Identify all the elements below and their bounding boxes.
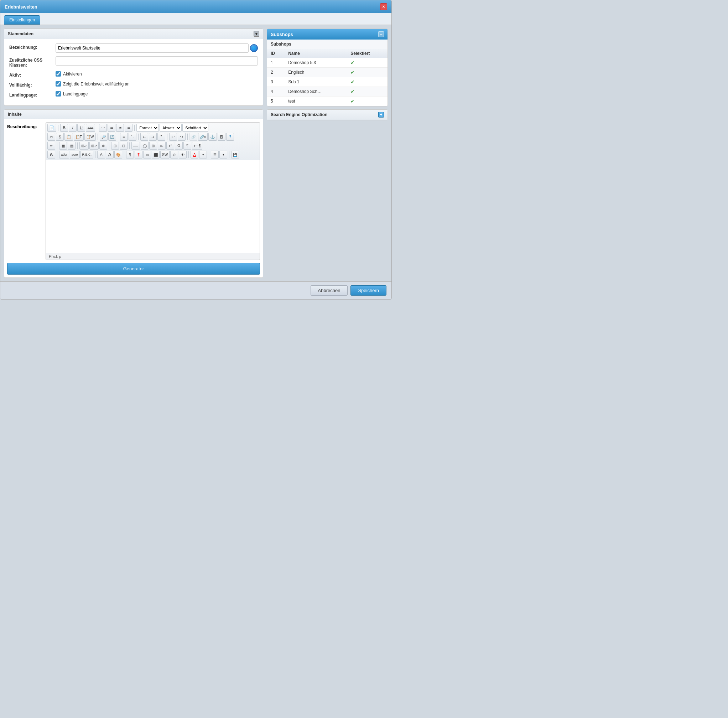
toolbar-alignformat-dd-btn[interactable]: ▾	[219, 151, 227, 159]
subshops-subheader: Subshops	[267, 40, 387, 49]
toolbar-omega-btn[interactable]: Ω	[175, 142, 183, 150]
close-button[interactable]: ×	[380, 3, 387, 10]
toolbar-copy-btn[interactable]: ⎘	[56, 133, 64, 141]
toolbar-indent-btn[interactable]: ⇥	[149, 133, 157, 141]
vollflächig-label: Vollflächig:	[9, 81, 55, 88]
toolbar-rtl-btn[interactable]: ⟵¶	[192, 142, 202, 150]
landingpage-checkbox[interactable]	[55, 91, 61, 96]
beschreibung-row: Beschreibung: B I U abc	[7, 122, 260, 260]
toolbar-preview-btn[interactable]: 👁	[179, 151, 187, 159]
toolbar-font-a2-btn[interactable]: A	[106, 151, 114, 159]
separator-8	[187, 134, 188, 140]
toolbar-schriftart-select[interactable]: Schriftart	[182, 124, 208, 132]
generator-button[interactable]: Generator	[7, 263, 260, 275]
toolbar-paste-word-btn[interactable]: 📋W	[84, 133, 95, 141]
toolbar-redo-btn[interactable]: ↪	[178, 133, 185, 141]
toolbar-unlink-btn[interactable]: 🔗	[190, 133, 197, 141]
toolbar-list-ol-btn[interactable]: 1.	[128, 133, 136, 141]
toolbar-table-btn[interactable]: ⊞	[111, 142, 119, 150]
toolbar-unlink2-btn[interactable]: 🔗×	[198, 133, 208, 141]
toolbar-cut-btn[interactable]: ✂	[47, 133, 55, 141]
bezeichnung-field: 🌐	[55, 43, 258, 53]
toolbar-row-4: A abbr acro R.E.C. A A 🎨	[47, 150, 258, 159]
window-title: Erlebniswelten	[5, 4, 37, 10]
toolbar-undo-btn[interactable]: ↩	[169, 133, 177, 141]
toolbar-new-doc-btn[interactable]	[47, 124, 56, 132]
editor-area[interactable]	[46, 160, 260, 253]
toolbar-underline-btn[interactable]: U	[77, 124, 85, 132]
stammdaten-header: Stammdaten ▼	[4, 29, 263, 39]
toolbar-align-justify-btn[interactable]: ≣	[125, 124, 133, 132]
toolbar-sup-btn[interactable]: x²	[166, 142, 174, 150]
toolbar-edit-btn[interactable]: ✏	[47, 142, 55, 150]
toolbar-find-btn[interactable]: 🔎	[100, 133, 107, 141]
toolbar-absatz-select[interactable]: Absatz	[159, 124, 182, 132]
css-input[interactable]	[55, 56, 258, 66]
toolbar-paste-text-btn[interactable]: 📋T	[74, 133, 84, 141]
cancel-button[interactable]: Abbrechen	[310, 285, 348, 296]
toolbar-font-a-btn[interactable]: A	[97, 151, 105, 159]
landingpage-checkbox-row: Landingpage	[55, 91, 258, 96]
bezeichnung-row: Bezeichnung: 🌐	[9, 43, 258, 53]
cell-id: 1	[267, 58, 284, 68]
toolbar-align-left-btn[interactable]: ⋯	[99, 124, 107, 132]
toolbar-image-btn[interactable]: 🖼	[218, 133, 225, 141]
stammdaten-title: Stammdaten	[8, 31, 34, 36]
toolbar-table-insert-btn[interactable]: ⊞↙	[80, 142, 89, 150]
toolbar-replace-btn[interactable]: 🔄	[108, 133, 116, 141]
toolbar-font-size-btn[interactable]: A	[47, 151, 55, 159]
aktiv-checkbox[interactable]	[55, 71, 61, 76]
toolbar-shape-btn[interactable]: ◯	[141, 142, 148, 150]
toolbar-grid-btn[interactable]: ⊞	[149, 142, 157, 150]
toolbar-acronym-btn[interactable]: acro	[70, 151, 80, 159]
save-button[interactable]: Speichern	[350, 285, 387, 296]
seo-expand-btn[interactable]: +	[378, 112, 384, 118]
toolbar-anchor-btn[interactable]: ⚓	[208, 133, 217, 141]
css-field	[55, 56, 258, 66]
toolbar-save-btn[interactable]: 💾	[231, 151, 239, 159]
toolbar-outdent-btn[interactable]: ⇤	[140, 133, 148, 141]
toolbar-shopware-btn[interactable]: SW	[160, 151, 170, 159]
toolbar-template-btn[interactable]: ▦	[59, 142, 67, 150]
separator-18	[229, 151, 229, 158]
toolbar-blockquote-btn[interactable]: "	[158, 133, 165, 141]
toolbar-help-btn[interactable]: ?	[226, 133, 234, 141]
stammdaten-collapse-btn[interactable]: ▼	[254, 31, 259, 37]
subshops-collapse-btn[interactable]: −	[378, 31, 384, 37]
toolbar-media-btn[interactable]: ▭	[143, 151, 151, 159]
toolbar-italic-btn[interactable]: I	[69, 124, 76, 132]
toolbar-emoticon-btn[interactable]: ¶	[135, 151, 142, 159]
bezeichnung-input[interactable]	[55, 43, 249, 53]
toolbar-alignformat-btn[interactable]: ☰	[211, 151, 219, 159]
toolbar-rec-btn[interactable]: R.E.C.	[81, 151, 94, 159]
toolbar-align-right-btn[interactable]: ≢	[116, 124, 124, 132]
toolbar-media2-btn[interactable]: ⬛	[152, 151, 159, 159]
toolbar-table-row-btn[interactable]: ⊞↗	[89, 142, 99, 150]
toolbar-table-col-btn[interactable]: ⊕	[99, 142, 107, 150]
toolbar-paste-btn[interactable]: 📋	[64, 133, 73, 141]
toolbar-textcolor-btn[interactable]: A	[191, 151, 198, 159]
toolbar-template2-btn[interactable]: ▤	[68, 142, 75, 150]
vollflächig-text: Zeigt die Erlebniswelt vollflächig an	[63, 82, 130, 87]
toolbar: B I U abc ⋯ ≣ ≢ ≣	[46, 122, 260, 160]
toolbar-hr-btn[interactable]: —	[132, 142, 140, 150]
vollflächig-checkbox[interactable]	[55, 81, 61, 87]
toolbar-align-center-btn[interactable]: ≣	[107, 124, 115, 132]
toolbar-table2-btn[interactable]: ⊟	[120, 142, 127, 150]
toolbar-textcolor-dd-btn[interactable]: ▾	[199, 151, 207, 159]
toolbar-strikethrough-btn[interactable]: abc	[86, 124, 95, 132]
separator-5	[118, 134, 118, 140]
toolbar-sub-btn[interactable]: x₂	[158, 142, 166, 150]
toolbar-format-select[interactable]: Format	[136, 124, 159, 132]
toolbar-source-btn[interactable]: ¶	[126, 151, 134, 159]
globe-icon[interactable]: 🌐	[250, 44, 258, 52]
toolbar-list-ul-btn[interactable]: ≡	[120, 133, 128, 141]
tab-einstellungen[interactable]: Einstellungen	[4, 15, 40, 24]
toolbar-abbr-btn[interactable]: abbr	[59, 151, 69, 159]
toolbar-styles-btn[interactable]: 🎨	[114, 151, 122, 159]
separator-14	[95, 151, 95, 158]
toolbar-bold-btn[interactable]: B	[60, 124, 68, 132]
toolbar-media3-btn[interactable]: ⊙	[170, 151, 178, 159]
toolbar-para-btn[interactable]: ¶	[184, 142, 191, 150]
right-panel: Subshops − Subshops ID Name Selektiert 1	[267, 29, 388, 278]
